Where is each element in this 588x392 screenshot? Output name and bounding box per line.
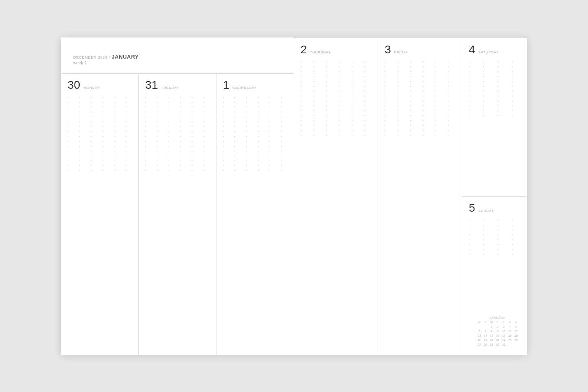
dot	[145, 97, 146, 98]
dot	[364, 96, 365, 96]
dot	[339, 130, 339, 131]
day-column-friday: 3 FRIDAY	[378, 38, 462, 355]
dot	[269, 136, 270, 137]
dot	[398, 115, 398, 116]
dot	[435, 135, 436, 136]
day-column-monday: 30 MONDAY	[61, 74, 139, 355]
right-page-top: 2 THURSDAY 3 FRIDAY	[294, 37, 527, 355]
week-label: week 1	[73, 61, 282, 65]
dot	[483, 96, 484, 96]
mini-cal-cell: 29	[489, 343, 494, 347]
dot	[103, 121, 103, 122]
dot	[258, 151, 259, 151]
dot	[469, 239, 470, 240]
dot	[223, 131, 224, 132]
dot	[339, 91, 339, 92]
dot	[180, 155, 181, 156]
dot-grid-friday	[385, 60, 457, 350]
dot	[157, 131, 157, 132]
dot	[145, 151, 146, 151]
dot	[223, 170, 224, 171]
dot	[313, 71, 314, 72]
dot	[157, 136, 157, 137]
dot	[512, 66, 513, 67]
dot	[352, 105, 352, 106]
mini-cal-header-f: F	[501, 320, 507, 324]
dot	[512, 105, 513, 106]
dot	[68, 170, 68, 171]
dot	[180, 112, 181, 112]
dot	[103, 116, 103, 117]
dot	[423, 105, 424, 106]
mini-cal-cell: 18	[507, 334, 513, 338]
page-header: DECEMBER 2024 / JANUARY week 1	[61, 54, 294, 73]
dot	[68, 107, 68, 107]
dot	[498, 244, 498, 245]
dot	[352, 115, 352, 116]
dot	[435, 86, 436, 87]
dot	[114, 151, 115, 151]
dot	[126, 146, 127, 147]
dot	[91, 112, 92, 112]
day-header-monday: 30 MONDAY	[68, 79, 133, 93]
dot	[410, 86, 411, 87]
day-header-tuesday: 31 TUESDAY	[145, 79, 211, 93]
dot	[498, 71, 498, 72]
dot	[352, 96, 352, 96]
dot	[180, 116, 181, 117]
dot	[103, 160, 103, 161]
dot	[103, 151, 103, 151]
dot	[483, 115, 484, 116]
dot-grid-thursday	[301, 60, 373, 350]
day-column-saturday: 4 SATURDAY	[462, 38, 527, 197]
dot	[269, 141, 270, 142]
dot	[385, 120, 385, 121]
dot	[168, 141, 169, 142]
dot	[246, 126, 247, 127]
page-right: 2 THURSDAY 3 FRIDAY	[294, 37, 527, 355]
mini-cal-cell: 20	[477, 338, 482, 342]
planner-book: DECEMBER 2024 / JANUARY week 1 30 MONDAY…	[61, 37, 527, 355]
mini-cal-header-m: M	[477, 320, 482, 324]
dot	[364, 110, 365, 111]
dot	[157, 126, 157, 127]
dot	[339, 101, 339, 101]
dot	[385, 125, 385, 126]
dot	[364, 61, 365, 62]
dot	[483, 61, 484, 62]
dot	[326, 135, 327, 136]
dot	[385, 61, 385, 62]
mini-cal-cell: 10	[501, 329, 507, 333]
dot	[203, 151, 204, 151]
dot	[498, 115, 498, 116]
dot	[469, 76, 470, 77]
day-number-4: 4	[469, 44, 475, 55]
dot	[326, 66, 327, 67]
dot	[301, 105, 302, 106]
dot	[68, 155, 68, 156]
dot	[398, 81, 398, 82]
dot	[157, 112, 157, 112]
dot	[234, 136, 235, 137]
dot	[114, 146, 115, 147]
dot	[352, 120, 352, 121]
dot	[258, 126, 259, 127]
dot	[246, 170, 247, 171]
dot	[79, 165, 80, 166]
dot	[192, 97, 192, 98]
dot	[126, 160, 127, 161]
dot	[157, 97, 157, 98]
dot	[435, 76, 436, 77]
dot	[203, 102, 204, 103]
mini-cal-cell	[477, 325, 482, 329]
dot	[301, 120, 302, 121]
dot	[168, 126, 169, 127]
dot	[512, 86, 513, 87]
dot	[498, 66, 498, 67]
dot	[234, 146, 235, 147]
dot	[326, 96, 327, 96]
mini-cal-header-s: S	[507, 320, 513, 324]
dot	[498, 81, 498, 82]
dot	[364, 101, 365, 101]
dot	[469, 105, 470, 106]
